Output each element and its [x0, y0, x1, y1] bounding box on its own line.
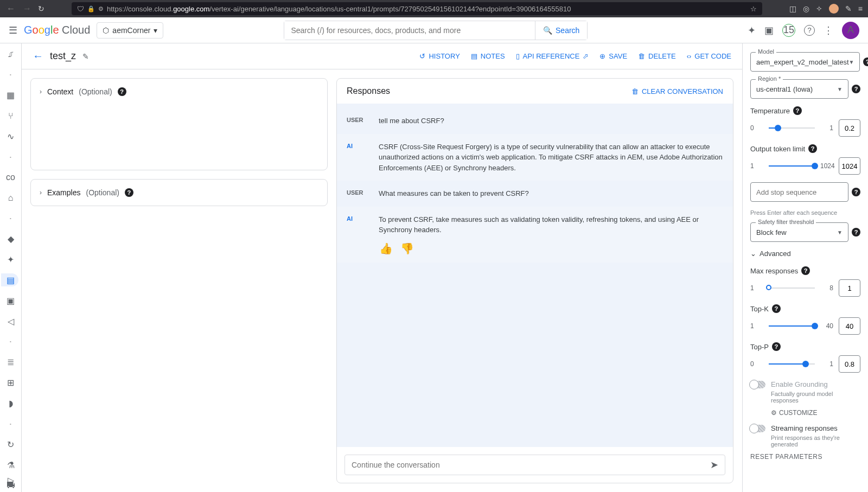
slider-max: 40 [820, 322, 833, 330]
page-title: test_z [50, 50, 76, 62]
rail-plus-icon[interactable]: ✦ [2, 253, 20, 266]
role-label: USER [347, 116, 371, 126]
temperature-input[interactable] [839, 119, 860, 137]
gemini-icon[interactable]: ✦ [748, 24, 756, 36]
max-responses-input[interactable] [839, 279, 860, 297]
context-header[interactable]: › Context (Optional) ? [40, 87, 318, 96]
rail-training-icon[interactable]: ∿ [2, 130, 20, 143]
help-icon[interactable]: ? [125, 188, 133, 197]
search-input[interactable] [284, 21, 535, 40]
topp-slider[interactable] [769, 363, 815, 365]
token-limit-input[interactable] [839, 157, 860, 175]
token-limit-slider[interactable] [769, 165, 815, 167]
google-cloud-logo[interactable]: Google Cloud [24, 24, 90, 36]
forward-icon[interactable]: → [22, 4, 33, 14]
message-ai: AI To prevent CSRF, take measures such a… [337, 207, 733, 239]
save-button[interactable]: ⊕SAVE [599, 52, 627, 60]
edit-title-icon[interactable]: ✎ [82, 52, 89, 61]
message-text: CSRF (Cross-Site Request Forgery) is a t… [379, 142, 723, 174]
rail-stack-icon[interactable]: ≣ [2, 356, 20, 369]
rail-sync-icon[interactable]: ↻ [2, 438, 20, 451]
help-icon[interactable]: ? [772, 342, 781, 351]
back-button[interactable]: ← [33, 50, 43, 62]
slider-max: 8 [820, 284, 833, 292]
thumbs-down-icon[interactable]: 👎 [400, 242, 414, 255]
help-icon[interactable]: ? [804, 25, 815, 36]
temperature-slider[interactable] [769, 127, 815, 129]
context-panel: › Context (Optional) ? [30, 78, 328, 170]
cloud-shell-icon[interactable]: ▣ [764, 24, 774, 36]
stop-sequence-input[interactable] [750, 182, 848, 202]
pocket-icon[interactable]: ◫ [789, 4, 796, 13]
topk-slider[interactable] [769, 325, 815, 327]
help-icon[interactable]: ? [852, 228, 860, 237]
thumbs-up-icon[interactable]: 👍 [379, 242, 393, 255]
help-icon[interactable]: ? [852, 188, 860, 196]
region-select[interactable]: Region * us-central1 (Iowa) ▼ [750, 79, 848, 99]
chevron-down-icon: ▾ [154, 26, 157, 35]
token-limit-label: Output token limit? [750, 144, 860, 153]
reload-icon[interactable]: ↻ [38, 4, 44, 13]
url-bar[interactable]: 🛡 🔒 ⚙ https://console.cloud.google.com/v… [72, 2, 762, 15]
save-icon: ⊕ [599, 52, 605, 60]
rail-workbench-icon[interactable]: ⌂ [2, 191, 20, 205]
help-icon[interactable]: ? [772, 304, 781, 313]
model-select[interactable]: Model aem_expert_v2_model_latest ▼ [750, 52, 860, 72]
edit-icon[interactable]: ✎ [845, 4, 852, 13]
help-icon[interactable]: ? [118, 87, 126, 96]
delete-button[interactable]: 🗑DELETE [638, 52, 676, 60]
trial-badge[interactable]: 15 [782, 24, 795, 37]
send-icon[interactable]: ➤ [710, 459, 718, 471]
history-button[interactable]: ↺HISTORY [419, 52, 459, 60]
clear-conversation-button[interactable]: 🗑CLEAR CONVERSATION [631, 87, 723, 95]
rail-flask-icon[interactable]: ⚗ [2, 458, 20, 471]
help-icon[interactable]: ? [801, 266, 810, 275]
get-code-button[interactable]: ‹›GET CODE [687, 52, 731, 60]
rail-dashboard-icon[interactable]: ▦ [2, 89, 20, 102]
profile-icon[interactable] [829, 4, 839, 14]
rail-tag-icon[interactable]: ◗ [2, 397, 20, 410]
trash-icon: 🗑 [631, 87, 639, 95]
streaming-desc: Print responses as they're generated [771, 435, 860, 448]
back-icon[interactable]: ← [5, 4, 16, 14]
advanced-toggle[interactable]: ⌄Advanced [750, 250, 860, 258]
rail-speech-icon[interactable]: ◁ [2, 315, 20, 328]
rail-expand-icon[interactable]: ▷ [2, 474, 20, 487]
chat-input[interactable] [352, 461, 710, 469]
rail-language-icon[interactable]: ▤ [1, 273, 18, 286]
reset-parameters-button[interactable]: RESET PARAMETERS [750, 453, 860, 461]
safety-select[interactable]: Safety filter threshold Block few ▼ [750, 222, 848, 242]
max-responses-slider[interactable] [769, 287, 815, 289]
help-icon[interactable]: ? [863, 57, 868, 66]
message-text: tell me about CSRF? [379, 116, 723, 126]
customize-button[interactable]: ⚙CUSTOMIZE [771, 409, 860, 417]
search-button[interactable]: 🔍Search [535, 21, 587, 40]
topp-input[interactable] [839, 355, 860, 373]
rail-colab-icon[interactable]: co [2, 171, 20, 184]
more-icon[interactable]: ⋮ [824, 24, 833, 36]
api-reference-button[interactable]: ▯API REFERENCE ⬀ [516, 52, 589, 60]
examples-header[interactable]: › Examples (Optional) ? [40, 188, 318, 197]
project-selector[interactable]: ⬡ aemCorner ▾ [97, 22, 163, 39]
grounding-toggle[interactable] [750, 381, 765, 388]
permissions-icon: ⚙ [98, 5, 104, 12]
hamburger-icon[interactable]: ☰ [9, 24, 17, 36]
notes-button[interactable]: ▤NOTES [471, 52, 505, 60]
temperature-label: Temperature? [750, 106, 860, 115]
help-icon[interactable]: ? [808, 144, 817, 153]
menu-icon[interactable]: ≡ [858, 4, 863, 13]
rail-pipelines-icon[interactable]: ⑂ [2, 110, 20, 123]
help-icon[interactable]: ? [852, 85, 860, 93]
rail-table-icon[interactable]: ⊞ [2, 376, 20, 389]
help-icon[interactable]: ? [793, 106, 802, 115]
extensions-icon[interactable]: ✧ [816, 4, 822, 13]
search-icon: 🔍 [543, 26, 552, 35]
star-icon[interactable]: ☆ [750, 5, 757, 13]
account-icon[interactable]: ◎ [803, 4, 809, 13]
rail-diamond-icon[interactable]: ◆ [2, 233, 20, 246]
rail-overview-icon[interactable]: ⎎ [2, 48, 20, 61]
streaming-toggle[interactable] [750, 425, 765, 432]
user-avatar[interactable]: A [842, 22, 859, 39]
rail-vision-icon[interactable]: ▣ [2, 294, 20, 307]
topk-input[interactable] [839, 317, 860, 335]
